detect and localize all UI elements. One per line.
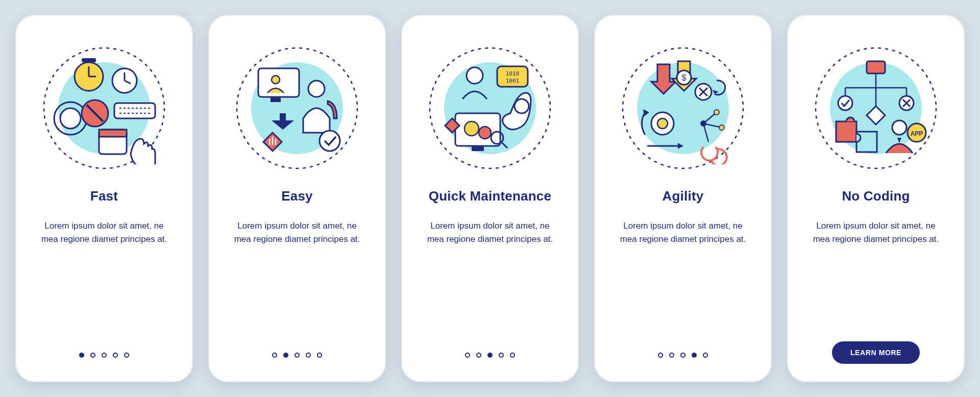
- svg-point-52: [719, 125, 724, 130]
- dot-1[interactable]: [465, 353, 470, 358]
- dot-4[interactable]: [499, 353, 504, 358]
- onboarding-card-maintenance: 1010 1001 Quick Maintenance Lorem ipsum …: [401, 15, 579, 382]
- svg-rect-63: [836, 121, 856, 142]
- onboarding-card-easy: Easy Lorem ipsum dolor sit amet, ne mea …: [208, 15, 386, 382]
- card-title: No Coding: [842, 188, 910, 204]
- agility-glyphs-icon: $: [627, 52, 739, 164]
- page-dots: [401, 353, 579, 358]
- dot-3[interactable]: [680, 353, 685, 358]
- svg-marker-62: [867, 106, 885, 125]
- illustration-agility: $: [619, 44, 747, 172]
- svg-line-50: [703, 123, 708, 142]
- illustration-easy: [233, 44, 361, 172]
- illustration-fast: [40, 44, 168, 172]
- learn-more-button[interactable]: LEARN MORE: [832, 341, 920, 364]
- card-description: Lorem ipsum dolor sit amet, ne mea regio…: [617, 219, 749, 246]
- dot-3[interactable]: [487, 353, 493, 358]
- easy-glyphs-icon: [241, 52, 353, 164]
- dot-1[interactable]: [658, 353, 663, 358]
- page-dots: [208, 353, 386, 358]
- svg-rect-20: [271, 97, 281, 102]
- svg-rect-59: [867, 61, 885, 73]
- illustration-nocoding: APP: [812, 44, 940, 172]
- card-title: Quick Maintenance: [429, 188, 551, 204]
- card-description: Lorem ipsum dolor sit amet, ne mea regio…: [38, 219, 170, 246]
- svg-text:$: $: [682, 73, 687, 82]
- fast-glyphs-icon: [48, 52, 160, 164]
- svg-point-19: [272, 76, 280, 84]
- dot-4[interactable]: [113, 353, 118, 358]
- onboarding-card-fast: Fast Lorem ipsum dolor sit amet, ne mea …: [15, 15, 193, 382]
- onboarding-card-nocoding: APP No Coding Lorem ipsum dolor sit amet…: [787, 15, 965, 382]
- svg-point-24: [320, 131, 340, 151]
- nocoding-glyphs-icon: APP: [820, 52, 932, 164]
- svg-point-33: [464, 121, 479, 136]
- svg-point-44: [657, 118, 668, 129]
- dot-3[interactable]: [102, 353, 107, 358]
- card-title: Fast: [90, 188, 118, 204]
- svg-point-60: [838, 96, 852, 110]
- svg-rect-32: [472, 146, 484, 151]
- dot-1[interactable]: [79, 353, 84, 358]
- onboarding-card-agility: $ Agility Lorem ipsum dolor sit amet, ne…: [594, 15, 772, 382]
- svg-point-9: [60, 108, 81, 129]
- svg-marker-42: [713, 90, 719, 94]
- illustration-maintenance: 1010 1001: [426, 44, 554, 172]
- svg-marker-45: [643, 109, 649, 116]
- dot-2[interactable]: [669, 353, 674, 358]
- svg-point-51: [714, 110, 719, 115]
- svg-point-65: [892, 120, 906, 135]
- card-title: Agility: [663, 188, 704, 204]
- dot-4[interactable]: [692, 353, 697, 358]
- svg-rect-22: [280, 113, 286, 121]
- dot-5[interactable]: [124, 353, 129, 358]
- dot-2[interactable]: [476, 353, 481, 358]
- svg-point-26: [467, 67, 483, 84]
- svg-point-21: [308, 81, 325, 97]
- dot-3[interactable]: [295, 353, 300, 358]
- dot-5[interactable]: [703, 353, 708, 358]
- dot-2[interactable]: [283, 353, 288, 358]
- dot-1[interactable]: [272, 353, 277, 358]
- page-dots: [594, 353, 772, 358]
- dot-5[interactable]: [510, 353, 515, 358]
- card-description: Lorem ipsum dolor sit amet, ne mea regio…: [231, 219, 363, 246]
- page-dots: [15, 353, 193, 358]
- dot-4[interactable]: [306, 353, 311, 358]
- card-title: Easy: [281, 188, 313, 204]
- svg-rect-16: [99, 130, 127, 137]
- card-description: Lorem ipsum dolor sit amet, ne mea regio…: [424, 219, 556, 246]
- dot-2[interactable]: [90, 353, 95, 358]
- svg-text:APP: APP: [911, 130, 923, 137]
- svg-point-34: [479, 127, 491, 139]
- maintenance-glyphs-icon: 1010 1001: [434, 52, 546, 164]
- svg-rect-4: [82, 58, 96, 62]
- dot-5[interactable]: [317, 353, 322, 358]
- svg-rect-12: [114, 103, 155, 118]
- svg-line-36: [501, 142, 507, 148]
- card-description: Lorem ipsum dolor sit amet, ne mea regio…: [810, 219, 942, 246]
- svg-text:1001: 1001: [506, 78, 520, 84]
- svg-text:1010: 1010: [506, 70, 520, 77]
- svg-marker-46: [678, 143, 683, 149]
